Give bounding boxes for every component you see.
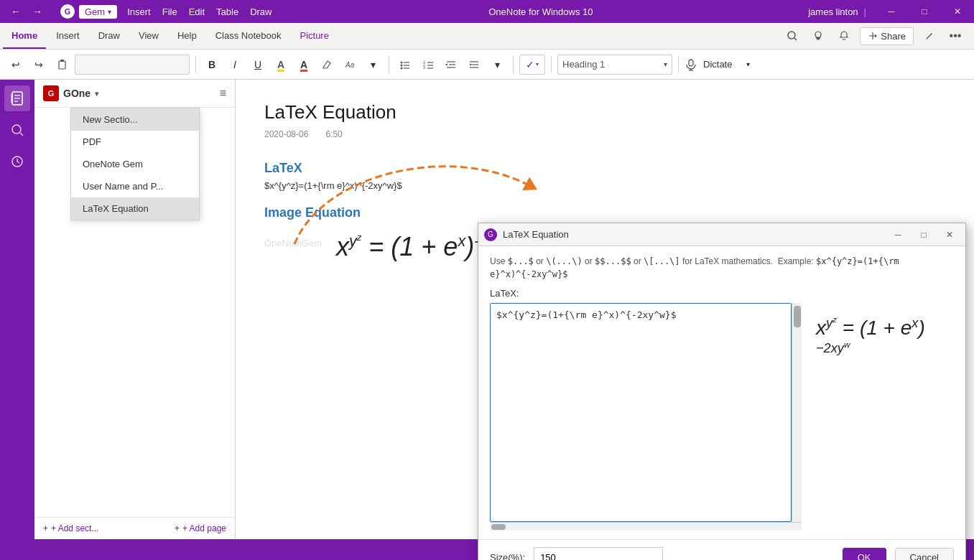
dictate-button[interactable]: Dictate (697, 56, 738, 73)
textarea-hscroll[interactable] (490, 522, 802, 531)
format-arrow[interactable]: ▾ (363, 55, 383, 75)
font-selector[interactable] (75, 55, 190, 75)
underline-button[interactable]: U (248, 55, 268, 75)
add-page-button[interactable]: + + Add page (175, 523, 226, 533)
latex-textarea[interactable]: $x^{y^z}=(1+{\rm e}^x)^{-2xy^w}$ | (491, 304, 791, 519)
menu-insert[interactable]: Insert (123, 4, 155, 20)
eraser-button[interactable] (317, 55, 337, 75)
bold-button[interactable]: B (202, 55, 222, 75)
heading-value: Heading 1 (562, 59, 605, 70)
toolbar-sep5 (678, 56, 679, 73)
dialog-footer: Size(%): OK Cancel (478, 539, 965, 560)
more-icon[interactable]: ••• (945, 26, 965, 46)
ctx-pdf[interactable]: PDF (71, 131, 199, 153)
ribbon-actions: Share ••• (782, 26, 971, 46)
search-icon[interactable] (782, 26, 802, 46)
microphone-icon (685, 58, 697, 71)
bell-icon[interactable] (834, 26, 854, 46)
note-date: 2020-08-06 (264, 129, 308, 139)
dialog-latex-label: LaTeX: (490, 288, 954, 299)
share-button[interactable]: Share (860, 27, 914, 45)
sidebar-recent-icon[interactable] (4, 149, 30, 174)
dictate-arrow[interactable]: ▾ (738, 55, 758, 75)
sort-icon[interactable]: ≡ (220, 87, 226, 100)
menu-table[interactable]: Table (212, 4, 243, 20)
gem-label: Gem (85, 6, 105, 17)
ctx-latex[interactable]: LaTeX Equation (71, 197, 199, 220)
nav-back-btn[interactable]: ← (6, 1, 26, 22)
sidebar-search-icon[interactable] (4, 117, 30, 143)
indent-in-button[interactable] (464, 55, 484, 75)
svg-line-3 (794, 38, 797, 40)
size-input[interactable] (534, 547, 663, 560)
ctx-new-section[interactable]: New Sectio... (71, 108, 199, 131)
notebook-name: GOne (63, 88, 91, 99)
highlight-button[interactable]: A (271, 55, 291, 75)
minimize-btn[interactable]: ─ (875, 0, 908, 23)
dialog-title: LaTeX Equation (503, 229, 882, 240)
checkbox-button[interactable]: ✓ ▾ (519, 55, 545, 75)
notebook-panel: G GOne ▾ ≡ New Sectio... PDF OneNote Gem… (34, 80, 236, 539)
tab-picture[interactable]: Picture (291, 23, 337, 49)
note-time: 6:50 (325, 129, 342, 139)
gem-menu[interactable]: Gem ▾ (79, 5, 117, 19)
bulb-icon[interactable] (808, 26, 828, 46)
list-more-button[interactable]: ▾ (487, 55, 507, 75)
nav-fwd-btn[interactable]: → (27, 1, 47, 22)
toolbar-sep3 (513, 56, 514, 73)
redo-button[interactable]: ↪ (29, 55, 49, 75)
clipboard-button[interactable] (52, 55, 72, 75)
bullets-button[interactable] (395, 55, 415, 75)
dictate-section: Dictate ▾ (685, 55, 758, 75)
italic-button[interactable]: I (225, 55, 245, 75)
titlebar-menu: Insert File Edit Table Draw (117, 4, 282, 20)
edit-icon[interactable] (919, 26, 940, 46)
sidebar-notebook-icon[interactable] (4, 85, 30, 111)
heading-selector[interactable]: Heading 1 ▾ (557, 55, 672, 75)
latex-code[interactable]: $x^{y^z}=(1+{\rm e}^x)^{-2xy^w}$ (264, 180, 945, 191)
font-color-button[interactable]: A (294, 55, 314, 75)
textarea-scrollbar[interactable] (792, 303, 802, 522)
tab-help[interactable]: Help (169, 23, 205, 49)
dialog-body: Use $...$ or \(...\) or $$...$$ or \[...… (478, 246, 965, 539)
win-controls: ─ □ ✕ (875, 0, 974, 23)
undo-button[interactable]: ↩ (6, 55, 26, 75)
svg-rect-5 (817, 39, 820, 40)
watermark: OneNoteGem (264, 238, 322, 248)
notebook-footer: + + Add sect... + + Add page (34, 517, 235, 539)
textarea-container: $x^{y^z}=(1+{\rm e}^x)^{-2xy^w}$ | (490, 303, 802, 531)
menu-file[interactable]: File (158, 4, 182, 20)
notebook-title[interactable]: G GOne ▾ (43, 85, 98, 101)
ctx-user-name[interactable]: User Name and P... (71, 175, 199, 197)
latex-dialog: G LaTeX Equation ─ □ ✕ Use $...$ or \(..… (478, 223, 966, 560)
close-btn[interactable]: ✕ (941, 0, 974, 23)
tab-class-notebook[interactable]: Class Notebook (207, 23, 290, 49)
toolbar-sep2 (389, 56, 389, 73)
maximize-btn[interactable]: □ (908, 0, 941, 23)
user-info: james linton | (799, 6, 875, 17)
tab-draw[interactable]: Draw (90, 23, 129, 49)
add-page-label: + Add page (182, 523, 226, 533)
indent-out-button[interactable] (441, 55, 461, 75)
menu-edit[interactable]: Edit (185, 4, 209, 20)
svg-rect-27 (689, 60, 693, 66)
numbered-list-button[interactable]: 1. 2. 3. (418, 55, 438, 75)
menu-draw[interactable]: Draw (246, 4, 276, 20)
dialog-maximize-btn[interactable]: □ (914, 227, 934, 243)
format-button[interactable]: Aa (340, 55, 360, 75)
scrollbar-thumb (794, 306, 801, 327)
username: james linton (808, 6, 858, 17)
ctx-onenote-gem[interactable]: OneNote Gem (71, 153, 199, 175)
dialog-minimize-btn[interactable]: ─ (888, 227, 908, 243)
ok-button[interactable]: OK (843, 548, 886, 561)
svg-point-2 (788, 32, 795, 39)
add-section-button[interactable]: + + Add sect... (43, 523, 98, 533)
svg-text:3.: 3. (423, 65, 426, 70)
notebook-header: G GOne ▾ ≡ (34, 80, 235, 108)
cancel-button[interactable]: Cancel (895, 548, 954, 561)
tab-insert[interactable]: Insert (47, 23, 88, 49)
dialog-close-btn[interactable]: ✕ (940, 227, 960, 243)
tab-view[interactable]: View (130, 23, 167, 49)
tab-home[interactable]: Home (3, 23, 46, 49)
note-meta: 2020-08-06 6:50 (264, 129, 945, 139)
